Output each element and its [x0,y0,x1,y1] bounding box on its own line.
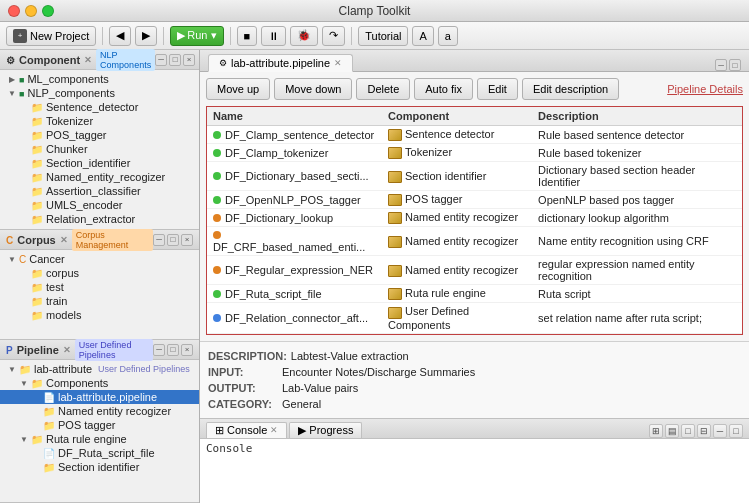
corpus-icon [6,234,13,246]
console-tab[interactable]: ⊞ Console ✕ [206,422,287,438]
tree-item-components-folder[interactable]: ▼ 📁 Components [0,376,199,390]
font-small-button[interactable]: a [438,26,458,46]
table-row[interactable]: DF_Dictionary_lookup Named entity recogi… [207,209,742,227]
leaf-spacer [20,297,28,305]
component-minimize-button[interactable]: ─ [155,54,167,66]
close-button[interactable] [8,5,20,17]
tree-item-corpus[interactable]: 📁 corpus [0,266,199,280]
new-project-button[interactable]: + New Project [6,26,96,46]
delete-button[interactable]: Delete [356,78,410,100]
font-large-button[interactable]: A [412,26,433,46]
table-row[interactable]: DF_CRF_based_named_enti... Named entity … [207,227,742,256]
tree-item-named-entity[interactable]: 📁 Named_entity_recogizer [0,170,199,184]
tree-item-sentence-detector[interactable]: 📁 Sentence_detector [0,100,199,114]
console-ctrl-4[interactable]: ⊟ [697,424,711,438]
console-ctrl-5[interactable]: ─ [713,424,727,438]
row-description: OpenNLP based pos tagger [532,191,742,209]
input-label: INPUT: [208,364,278,380]
row-indicator [213,196,221,204]
table-row[interactable]: DF_OpenNLP_POS_tagger POS tagger OpenNLP… [207,191,742,209]
tutorial-button[interactable]: Tutorial [358,26,408,46]
pause-button[interactable]: ⏸ [261,26,286,46]
tab-ctrl-2[interactable]: □ [729,59,741,71]
table-row[interactable]: DF_Relation_connector_aft... User Define… [207,303,742,333]
corpus-minimize-button[interactable]: ─ [153,234,165,246]
progress-tab[interactable]: ▶ Progress [289,422,362,438]
pipeline-minimize-button[interactable]: ─ [153,344,165,356]
console-ctrl-3[interactable]: □ [681,424,695,438]
component-maximize-button[interactable]: □ [169,54,181,66]
col-component: Component [382,107,532,126]
tree-item-umls[interactable]: 📁 UMLS_encoder [0,198,199,212]
pipeline-details-link[interactable]: Pipeline Details [667,83,743,95]
row-name: DF_Clamp_tokenizer [207,144,382,162]
edit-description-button[interactable]: Edit description [522,78,619,100]
move-up-button[interactable]: Move up [206,78,270,100]
leaf-spacer [20,269,28,277]
tree-item-models[interactable]: 📁 models [0,308,199,322]
step-button[interactable]: ↷ [322,26,345,46]
tree-item-assertion[interactable]: 📁 Assertion_classifier [0,184,199,198]
tab-label: lab-attribute.pipeline [231,57,330,69]
leaf-spacer [20,311,28,319]
row-description: regular expression named entity recognit… [532,256,742,285]
edit-button[interactable]: Edit [477,78,518,100]
pipeline-maximize-button[interactable]: □ [167,344,179,356]
maximize-button[interactable] [42,5,54,17]
table-row[interactable]: DF_Dictionary_based_secti... Section ide… [207,162,742,191]
tab-ctrl-1[interactable]: ─ [715,59,727,71]
row-name: DF_CRF_based_named_enti... [207,227,382,256]
console-ctrl-6[interactable]: □ [729,424,743,438]
tree-item-ml-components[interactable]: ▶ ML_components [0,72,199,86]
table-row[interactable]: DF_Regular_expression_NER Named entity r… [207,256,742,285]
corpus-maximize-button[interactable]: □ [167,234,179,246]
tree-item-df-ruta[interactable]: 📄 DF_Ruta_script_file [0,446,199,460]
row-description: Dictionary based section header Identifi… [532,162,742,191]
corpus-close-button[interactable]: × [181,234,193,246]
pipeline-table-body: DF_Clamp_sentence_detector Sentence dete… [207,126,742,334]
pipeline-table-wrapper[interactable]: Name Component Description DF_Clamp_sent… [206,106,743,335]
desc-row-description: DESCRIPTION: Labtest-Value extraction [208,348,741,364]
move-down-button[interactable]: Move down [274,78,352,100]
minimize-button[interactable] [25,5,37,17]
forward-button[interactable]: ▶ [135,26,157,46]
console-ctrl-2[interactable]: ▤ [665,424,679,438]
pipeline-close-button[interactable]: × [181,344,193,356]
table-row[interactable]: DF_Clamp_tokenizer Tokenizer Rule based … [207,144,742,162]
auto-fix-button[interactable]: Auto fix [414,78,473,100]
tree-item-test[interactable]: 📁 test [0,280,199,294]
table-row[interactable]: DF_Clamp_sentence_detector Sentence dete… [207,126,742,144]
category-value: General [282,396,321,412]
tree-item-lab-attribute-pipeline[interactable]: 📄 lab-attribute.pipeline [0,390,199,404]
tree-item-relation[interactable]: 📁 Relation_extractor [0,212,199,226]
tab-lab-attribute-pipeline[interactable]: ⚙ lab-attribute.pipeline ✕ [208,54,353,72]
debug-button[interactable]: 🐞 [290,26,318,46]
tree-item-lab-attribute[interactable]: ▼ 📁 lab-attribute User Defined Pipelines [0,362,199,376]
component-close-button[interactable]: × [183,54,195,66]
console-ctrl-1[interactable]: ⊞ [649,424,663,438]
tree-item-train[interactable]: 📁 train [0,294,199,308]
tree-item-section-id2[interactable]: 📁 Section identifier [0,460,199,474]
tab-close-button[interactable]: ✕ [334,58,342,68]
main-toolbar: + New Project ◀ ▶ ▶ Run ▾ ■ ⏸ 🐞 ↷ Tutori… [0,22,749,50]
nlp-folder-icon [19,88,24,99]
desc-label: DESCRIPTION: [208,348,287,364]
tree-item-chunker[interactable]: 📁 Chunker [0,142,199,156]
tree-item-pos-tagger[interactable]: 📁 POS_tagger [0,128,199,142]
tree-item-section-identifier[interactable]: 📁 Section_identifier [0,156,199,170]
back-button[interactable]: ◀ [109,26,131,46]
file-icon: 📁 [31,172,43,183]
tree-item-nlp-components[interactable]: ▼ NLP_components [0,86,199,100]
tree-item-ruta-rule-engine2[interactable]: ▼ 📁 Ruta rule engine [0,432,199,446]
tree-item-pos-tagger2[interactable]: 📁 POS tagger [0,418,199,432]
stop-button[interactable]: ■ [237,26,258,46]
leaf-spacer [20,131,28,139]
table-row[interactable]: DF_Ruta_script_file Ruta rule engine Rut… [207,285,742,303]
tree-item-named-entity2[interactable]: 📁 Named entity recogizer [0,404,199,418]
test-folder-icon: 📁 [31,282,43,293]
tree-item-cancer[interactable]: ▼ C Cancer [0,252,199,266]
console-label: Console [206,442,252,455]
run-button[interactable]: ▶ Run ▾ [170,26,223,46]
component-icon [388,129,402,141]
tree-item-tokenizer[interactable]: 📁 Tokenizer [0,114,199,128]
